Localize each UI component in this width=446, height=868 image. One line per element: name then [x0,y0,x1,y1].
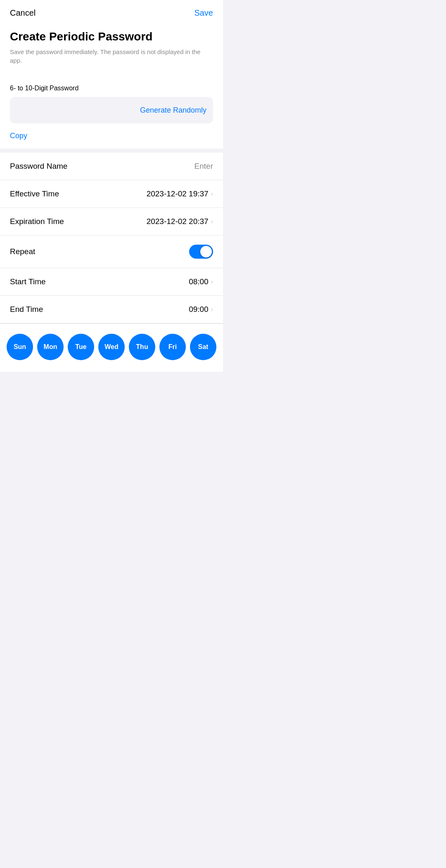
toggle-thumb [200,246,212,257]
cancel-button[interactable]: Cancel [10,8,36,18]
effective-time-label: Effective Time [10,189,59,198]
password-name-label: Password Name [10,162,67,171]
day-wed-button[interactable]: Wed [98,334,125,360]
end-time-row[interactable]: End Time 09:00 › [0,296,223,323]
start-time-row[interactable]: Start Time 08:00 › [0,268,223,296]
days-row: Sun Mon Tue Wed Thu Fri Sat [7,334,216,360]
page-subtitle: Save the password immediately. The passw… [10,47,213,65]
effective-time-row[interactable]: Effective Time 2023-12-02 19:37 › [0,180,223,208]
password-section: 6- to 10-Digit Password Generate Randoml… [0,76,223,149]
page-title: Create Periodic Password [10,30,213,43]
top-nav: Cancel Save [0,0,223,22]
copy-button[interactable]: Copy [10,129,27,149]
repeat-row[interactable]: Repeat [0,236,223,268]
day-sat-button[interactable]: Sat [190,334,216,360]
password-input-row: Generate Randomly [10,97,213,123]
expiration-time-label: Expiration Time [10,217,64,226]
password-input[interactable] [17,106,140,115]
start-time-value: 08:00 › [189,277,213,286]
expiration-time-value: 2023-12-02 20:37 › [147,217,213,226]
day-thu-button[interactable]: Thu [129,334,155,360]
bottom-padding [0,372,223,388]
password-name-row[interactable]: Password Name Enter [0,153,223,180]
expiration-time-row[interactable]: Expiration Time 2023-12-02 20:37 › [0,208,223,236]
day-tue-button[interactable]: Tue [68,334,94,360]
repeat-label: Repeat [10,247,35,256]
days-section: Sun Mon Tue Wed Thu Fri Sat [0,323,223,372]
save-button[interactable]: Save [194,8,213,18]
expiration-time-chevron: › [211,218,213,225]
generate-randomly-button[interactable]: Generate Randomly [140,106,206,115]
header-section: Create Periodic Password Save the passwo… [0,22,223,76]
end-time-label: End Time [10,305,43,314]
effective-time-value: 2023-12-02 19:37 › [147,189,213,198]
repeat-toggle[interactable] [189,245,213,259]
end-time-value: 09:00 › [189,305,213,314]
start-time-chevron: › [211,278,213,285]
section-separator [0,149,223,153]
start-time-label: Start Time [10,277,46,286]
effective-time-chevron: › [211,190,213,198]
end-time-chevron: › [211,306,213,313]
password-name-value: Enter [195,162,213,171]
day-sun-button[interactable]: Sun [7,334,33,360]
day-fri-button[interactable]: Fri [159,334,186,360]
password-label: 6- to 10-Digit Password [10,85,213,92]
day-mon-button[interactable]: Mon [37,334,64,360]
form-section: Password Name Enter Effective Time 2023-… [0,153,223,372]
